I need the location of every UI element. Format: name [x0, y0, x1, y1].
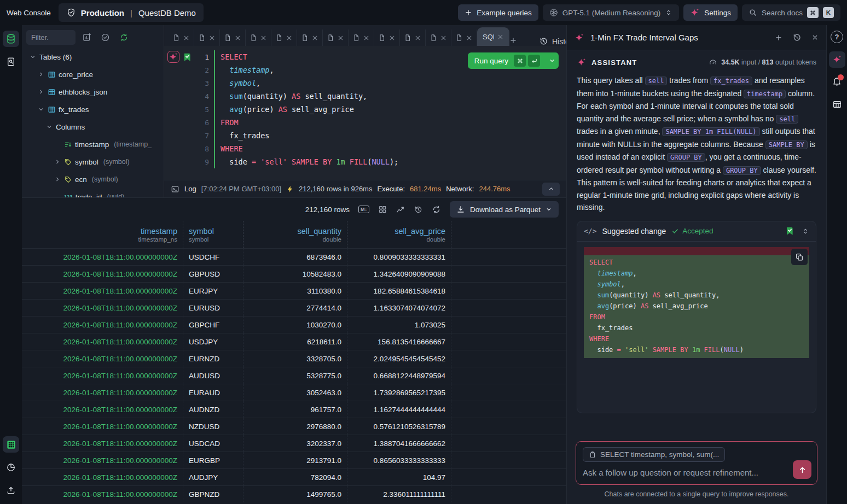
- collapse-log-button[interactable]: [542, 183, 560, 196]
- tree-item-tables-6-[interactable]: Tables (6): [22, 48, 164, 66]
- search-docs-button[interactable]: Search docs K: [742, 4, 840, 21]
- tree-item-timestamp[interactable]: timestamp(timestamp_: [22, 136, 164, 153]
- editor-tab[interactable]: [169, 30, 194, 46]
- refresh-tables-button[interactable]: [116, 31, 131, 45]
- tree-item-ethblocks-json[interactable]: ethblocks_json: [22, 83, 164, 101]
- editor-tab-active[interactable]: SQL: [477, 27, 509, 46]
- ai-sparkle-button[interactable]: [167, 51, 179, 63]
- close-tab-icon[interactable]: [414, 34, 421, 42]
- tree-item-trade-id[interactable]: 123trade_id(uuid): [22, 188, 164, 197]
- close-tab-icon[interactable]: [388, 34, 396, 42]
- rerun-button[interactable]: [414, 205, 423, 214]
- run-options-chevron[interactable]: [544, 52, 559, 69]
- editor-tab[interactable]: [451, 30, 477, 46]
- chat-input-box[interactable]: SELECT timestamp, symbol, sum(... Ask a …: [576, 441, 817, 485]
- chat-history-button[interactable]: [792, 33, 802, 42]
- close-panel-button[interactable]: [811, 34, 819, 41]
- editor-tab[interactable]: [374, 30, 400, 46]
- chat-input-placeholder[interactable]: Ask a follow up question or request refi…: [583, 468, 810, 477]
- run-query-button[interactable]: Run query: [468, 52, 559, 69]
- table-row[interactable]: 2026-01-08T18:11:00.000000000ZAUDUSD5328…: [22, 367, 566, 384]
- inline-code-chip: fx_trades: [710, 77, 752, 85]
- query-context-chip[interactable]: SELECT timestamp, symbol, sum(...: [583, 447, 725, 462]
- table-row[interactable]: 2026-01-08T18:11:00.000000000ZGBPUSD1058…: [22, 265, 566, 282]
- table-filter-input[interactable]: [26, 30, 76, 45]
- tree-item-ecn[interactable]: ecn(symbol): [22, 171, 164, 188]
- close-tab-icon[interactable]: [208, 34, 216, 42]
- close-tab-icon[interactable]: [337, 34, 344, 42]
- table-row[interactable]: 2026-01-08T18:11:00.000000000ZEURJPY3110…: [22, 282, 566, 299]
- schema-rail-button[interactable]: [829, 96, 845, 113]
- tag-icon: [64, 175, 72, 184]
- editor-tab[interactable]: [323, 30, 349, 46]
- table-row[interactable]: 2026-01-08T18:11:00.000000000ZEURUSD2774…: [22, 299, 566, 316]
- editor-tab[interactable]: [246, 30, 271, 46]
- copy-code-button[interactable]: [791, 249, 808, 265]
- pie-chart-icon: [6, 462, 16, 472]
- column-header-sell_quantity[interactable]: sell_quantitydouble: [243, 221, 347, 248]
- editor-tab[interactable]: [194, 30, 220, 46]
- query-log-rail-button[interactable]: [3, 54, 19, 70]
- table-row[interactable]: 2026-01-08T18:11:00.000000000ZGBPNZD1499…: [22, 485, 566, 502]
- close-tab-icon[interactable]: [286, 34, 293, 42]
- notifications-button[interactable]: [832, 76, 842, 88]
- close-tab-icon[interactable]: [311, 34, 318, 42]
- table-row[interactable]: 2026-01-08T18:11:00.000000000ZNZDUSD2976…: [22, 418, 566, 435]
- environment-badge[interactable]: Production | QuestDB Demo: [59, 3, 204, 22]
- new-chat-button[interactable]: [775, 34, 782, 42]
- close-tab-icon[interactable]: [260, 34, 267, 42]
- table-row[interactable]: 2026-01-08T18:11:00.000000000ZUSDCAD3202…: [22, 435, 566, 452]
- sql-editor[interactable]: Run query 1SELECT2 timestamp,3 symbol,4 …: [164, 46, 566, 180]
- close-tab-icon[interactable]: [183, 34, 190, 42]
- tree-item-symbol[interactable]: symbol(symbol): [22, 153, 164, 171]
- tree-item-core-price[interactable]: core_price: [22, 66, 164, 83]
- column-header-symbol[interactable]: symbolsymbol: [183, 221, 243, 248]
- assistant-panel: 1-Min FX Trade Interval Gaps ASSISTANT 3…: [566, 25, 826, 504]
- close-tab-icon[interactable]: [497, 33, 504, 40]
- editor-tab[interactable]: [271, 30, 297, 46]
- close-tab-icon[interactable]: [234, 34, 241, 42]
- model-selector[interactable]: GPT-5.1 (Medium Reasoning): [543, 4, 679, 21]
- import-rail-button[interactable]: [3, 482, 19, 499]
- editor-tab[interactable]: [220, 30, 246, 46]
- download-parquet-button[interactable]: Download as Parquet: [450, 201, 559, 218]
- chart-view-rail-button[interactable]: [3, 459, 19, 476]
- openai-logo-icon: [549, 8, 558, 17]
- expand-collapse-control[interactable]: [802, 227, 809, 235]
- tree-item-columns[interactable]: Columns: [22, 118, 164, 136]
- refresh-results-button[interactable]: [432, 205, 441, 214]
- table-row[interactable]: 2026-01-08T18:11:00.000000000ZAUDNZD9617…: [22, 401, 566, 418]
- table-row[interactable]: 2026-01-08T18:11:00.000000000ZUSDJPY6218…: [22, 333, 566, 350]
- column-header-sell_avg_price[interactable]: sell_avg_pricedouble: [347, 221, 451, 248]
- file-icon: [198, 34, 206, 42]
- tables-rail-button[interactable]: [3, 31, 19, 47]
- table-row[interactable]: 2026-01-08T18:11:00.000000000ZEURGBP2913…: [22, 452, 566, 468]
- table-row[interactable]: 2026-01-08T18:11:00.000000000ZEURAUD3052…: [22, 384, 566, 401]
- editor-tab[interactable]: [400, 30, 426, 46]
- grid-layout-button[interactable]: [378, 205, 387, 214]
- column-header-timestamp[interactable]: timestamptimestamp_ns: [22, 221, 183, 248]
- send-button[interactable]: [793, 460, 811, 479]
- assistant-rail-button[interactable]: [829, 51, 845, 68]
- editor-tab[interactable]: [426, 30, 451, 46]
- editor-tab[interactable]: [297, 30, 323, 46]
- grid-view-rail-button[interactable]: [3, 436, 19, 453]
- check-icon: [671, 227, 679, 235]
- chart-button[interactable]: [396, 205, 405, 214]
- tree-item-fx-trades[interactable]: fx_trades: [22, 101, 164, 118]
- example-queries-button[interactable]: Example queries: [458, 4, 538, 21]
- table-row[interactable]: 2026-01-08T18:11:00.000000000ZEURNZD3328…: [22, 350, 566, 367]
- table-row[interactable]: 2026-01-08T18:11:00.000000000ZAUDJPY7820…: [22, 468, 566, 485]
- add-table-button[interactable]: [79, 31, 94, 45]
- settings-button[interactable]: Settings: [683, 4, 738, 21]
- select-tables-button[interactable]: [97, 31, 113, 45]
- close-tab-icon[interactable]: [466, 34, 473, 42]
- editor-tab[interactable]: [349, 30, 374, 46]
- close-tab-icon[interactable]: [440, 34, 447, 42]
- new-tab-button[interactable]: [509, 37, 517, 46]
- table-row[interactable]: 2026-01-08T18:11:00.000000000ZUSDCHF6873…: [22, 248, 566, 265]
- table-row[interactable]: 2026-01-08T18:11:00.000000000ZGBPCHF1030…: [22, 316, 566, 333]
- help-button[interactable]: ?: [831, 31, 843, 43]
- close-tab-icon[interactable]: [363, 34, 370, 42]
- copy-markdown-button[interactable]: M↓: [358, 206, 369, 213]
